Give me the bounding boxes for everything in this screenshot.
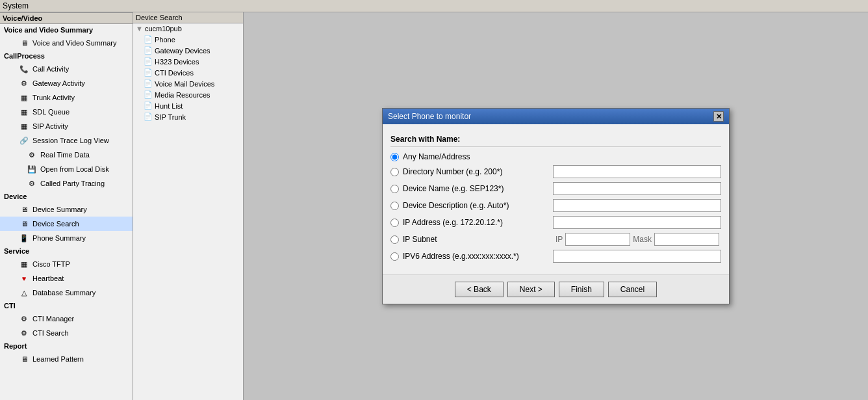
finish-button[interactable]: Finish [559, 282, 604, 297]
search-option-ip-label[interactable]: IP Address (e.g. 172.20.12.*) [390, 218, 553, 227]
search-option-any-name-text: Any Name/Address [403, 152, 470, 161]
sidebar-item-cti-search[interactable]: ⚙ CTI Search [0, 326, 133, 340]
main-content: Select Phone to monitor ✕ Search with Na… [244, 12, 868, 400]
tree-label-media: Media Resources [155, 91, 211, 99]
sidebar-item-realtime-data[interactable]: ⚙ Real Time Data [0, 148, 133, 162]
tree-item-root[interactable]: ▼ cucm10pub [133, 23, 243, 34]
search-input-mask[interactable] [654, 233, 719, 246]
search-radio-ipv6[interactable] [390, 252, 399, 261]
report-icon: 🖥 [18, 353, 30, 365]
search-option-dir-num-text: Directory Number (e.g. 200*) [403, 167, 502, 176]
search-input-dev-name[interactable] [553, 182, 721, 195]
search-input-dev-desc[interactable] [553, 199, 721, 212]
dialog-body: Search with Name: Any Name/Address [383, 124, 729, 274]
sidebar-label-heartbeat: Heartbeat [32, 274, 64, 282]
next-button[interactable]: Next > [507, 282, 555, 297]
search-option-any-name-label[interactable]: Any Name/Address [390, 152, 553, 161]
sidebar-item-cisco-tftp[interactable]: ▦ Cisco TFTP [0, 257, 133, 271]
search-input-ip-subnet[interactable] [565, 233, 630, 246]
doc-icon-phone: 📄 [144, 35, 153, 44]
tree-panel-title: Device Search [136, 14, 183, 21]
search-option-ip-subnet-text: IP Subnet [403, 235, 437, 244]
sdl-icon: ▦ [18, 106, 30, 118]
tree-panel-header: Device Search [133, 12, 243, 23]
search-option-dev-name-label[interactable]: Device Name (e.g. SEP123*) [390, 184, 553, 193]
sidebar-label-session-trace: Session Trace Log View [32, 137, 109, 144]
search-option-ipv6-text: IPV6 Address (e.g.xxx:xxx:xxxx.*) [403, 252, 519, 261]
sidebar-item-gateway-activity[interactable]: ⚙ Gateway Activity [0, 76, 133, 90]
cancel-button[interactable]: Cancel [608, 282, 657, 297]
session-icon: 🔗 [18, 135, 30, 146]
tree-label-cti-devices: CTI Devices [155, 69, 194, 77]
search-option-ipv6-label[interactable]: IPV6 Address (e.g.xxx:xxx:xxxx.*) [390, 252, 553, 261]
search-option-ip-row: IP Address (e.g. 172.20.12.*) [390, 216, 721, 229]
tree-item-voicemail[interactable]: 📄 Voice Mail Devices [133, 78, 243, 89]
search-option-ipv6-row: IPV6 Address (e.g.xxx:xxx:xxxx.*) [390, 250, 721, 263]
sidebar-item-voice-video-summary[interactable]: 🖥 Voice and Video Summary [0, 36, 133, 50]
search-input-ip[interactable] [553, 216, 721, 229]
sidebar-item-device-search[interactable]: 🖥 Device Search [0, 217, 133, 231]
search-input-ipv6[interactable] [553, 250, 721, 263]
dialog-close-button[interactable]: ✕ [713, 111, 724, 122]
sidebar-item-open-local-disk[interactable]: 💾 Open from Local Disk [0, 162, 133, 176]
dialog-title: Select Phone to monitor [388, 112, 471, 121]
search-option-dir-num-label[interactable]: Directory Number (e.g. 200*) [390, 167, 553, 176]
party-icon: ⚙ [26, 178, 38, 189]
search-input-dir-num[interactable] [553, 165, 721, 178]
search-radio-any-name[interactable] [390, 153, 399, 161]
doc-icon-cti: 📄 [144, 68, 153, 77]
doc-icon-h323: 📄 [144, 57, 153, 66]
sidebar-item-heartbeat[interactable]: ♥ Heartbeat [0, 271, 133, 286]
tree-item-hunt-list[interactable]: 📄 Hunt List [133, 100, 243, 111]
tree-item-sip-trunk[interactable]: 📄 SIP Trunk [133, 111, 243, 122]
sidebar-label-open-local: Open from Local Disk [40, 165, 109, 173]
back-button[interactable]: < Back [455, 282, 504, 297]
tree-label-gateway-devices: Gateway Devices [155, 47, 211, 55]
sidebar-item-label: Voice and Video Summary [32, 39, 116, 47]
sidebar-group-callprocess: CallProcess [0, 50, 133, 62]
tree-item-gateway-devices[interactable]: 📄 Gateway Devices [133, 45, 243, 56]
sidebar-item-call-activity[interactable]: 📞 Call Activity [0, 62, 133, 76]
doc-icon-gateway: 📄 [144, 46, 153, 55]
search-option-dev-name-text: Device Name (e.g. SEP123*) [403, 184, 504, 193]
doc-icon-hunt: 📄 [144, 101, 153, 110]
sidebar-label-realtime: Real Time Data [40, 151, 90, 159]
sidebar-item-session-trace[interactable]: 🔗 Session Trace Log View [0, 133, 133, 148]
sidebar-label-gateway-activity: Gateway Activity [32, 79, 85, 87]
sidebar-item-sip-activity[interactable]: ▦ SIP Activity [0, 119, 133, 133]
search-radio-ip[interactable] [390, 219, 399, 227]
tree-panel: Device Search ▼ cucm10pub 📄 Phone 📄 Gate… [133, 12, 244, 400]
sidebar-item-cti-manager[interactable]: ⚙ CTI Manager [0, 312, 133, 326]
sidebar-item-called-party[interactable]: ⚙ Called Party Tracing [0, 176, 133, 191]
search-option-dev-desc-text: Device Description (e.g. Auto*) [403, 201, 509, 210]
sidebar-item-database-summary[interactable]: △ Database Summary [0, 286, 133, 300]
search-radio-dir-num[interactable] [390, 168, 399, 176]
sidebar-label-trunk-activity: Trunk Activity [32, 94, 75, 101]
sidebar-item-sdl-queue[interactable]: ▦ SDL Queue [0, 105, 133, 119]
tree-item-cti-devices[interactable]: 📄 CTI Devices [133, 67, 243, 78]
tree-item-h323[interactable]: 📄 H323 Devices [133, 56, 243, 67]
search-radio-dev-desc[interactable] [390, 202, 399, 210]
sidebar-item-phone-summary[interactable]: 📱 Phone Summary [0, 231, 133, 245]
search-option-dev-name-row: Device Name (e.g. SEP123*) [390, 182, 721, 195]
dialog-select-phone: Select Phone to monitor ✕ Search with Na… [382, 108, 730, 304]
search-option-ip-subnet-label[interactable]: IP Subnet [390, 235, 553, 244]
sidebar-label-db-summary: Database Summary [32, 289, 96, 297]
tree-item-media[interactable]: 📄 Media Resources [133, 89, 243, 100]
search-option-ip-subnet-row: IP Subnet IP Mask [390, 233, 721, 246]
sidebar-label-call-activity: Call Activity [32, 65, 69, 73]
tree-item-phone[interactable]: 📄 Phone [133, 34, 243, 45]
call-icon: 📞 [18, 63, 30, 75]
sidebar-label-cti-manager: CTI Manager [32, 315, 74, 323]
search-radio-dev-name[interactable] [390, 185, 399, 193]
sidebar-label-called-party: Called Party Tracing [40, 180, 105, 187]
monitor-icon: 🖥 [18, 37, 30, 49]
sidebar-item-device-summary[interactable]: 🖥 Device Summary [0, 202, 133, 217]
search-radio-ip-subnet[interactable] [390, 235, 399, 244]
sidebar-item-learned-pattern[interactable]: 🖥 Learned Pattern [0, 352, 133, 366]
dialog-section-label: Search with Name: [390, 132, 721, 147]
search-option-dev-desc-label[interactable]: Device Description (e.g. Auto*) [390, 201, 553, 210]
mask-label: Mask [633, 235, 652, 244]
db-icon: △ [18, 287, 30, 299]
sidebar-item-trunk-activity[interactable]: ▦ Trunk Activity [0, 90, 133, 105]
